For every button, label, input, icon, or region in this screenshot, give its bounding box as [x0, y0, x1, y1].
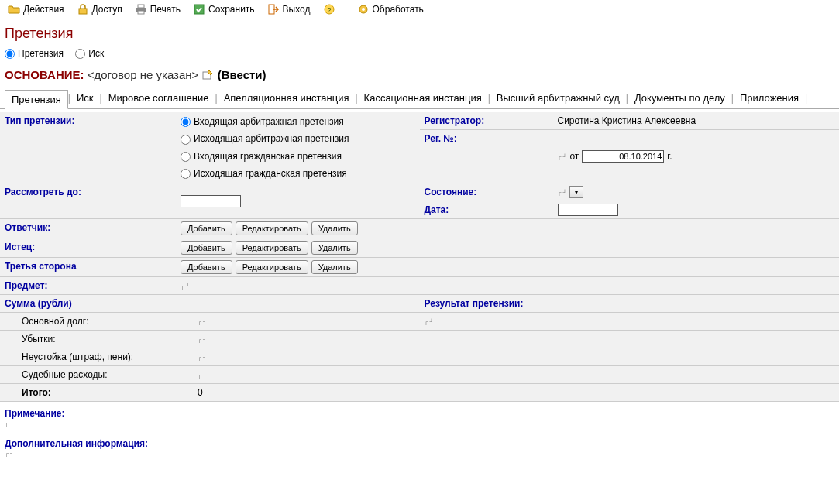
gear-icon	[357, 3, 370, 15]
help-icon: ?	[323, 3, 335, 15]
extra-field[interactable]: ┌ ┘	[5, 451, 14, 456]
tab-settlement[interactable]: Мировое соглашение	[102, 89, 215, 108]
extra-label: Дополнительная информация:	[0, 432, 839, 451]
losses-label: Убытки:	[0, 331, 193, 348]
losses-field[interactable]: ┌ ┘	[198, 337, 207, 342]
consider-date[interactable]	[181, 195, 241, 207]
defendant-edit[interactable]: Редактировать	[236, 221, 308, 235]
date-label: Дата:	[420, 201, 553, 218]
radio-lawsuit[interactable]: Иск	[75, 48, 104, 59]
svg-rect-4	[194, 5, 204, 14]
basis-row: ОСНОВАНИЕ: <договор не указан> (Ввести)	[0, 62, 839, 89]
svg-rect-0	[79, 9, 87, 14]
penalty-label: Неустойка (штраф, пени):	[0, 348, 193, 365]
svg-point-9	[362, 8, 365, 11]
tab-attachments[interactable]: Приложения	[734, 89, 805, 108]
svg-rect-2	[138, 5, 144, 8]
type-label: Тип претензии:	[0, 112, 176, 183]
tab-supreme[interactable]: Высший арбитражный суд	[490, 89, 626, 108]
thirdparty-add[interactable]: Добавить	[181, 260, 232, 274]
consider-label: Рассмотреть до:	[0, 183, 176, 218]
note-field[interactable]: ┌ ┘	[5, 420, 14, 426]
toolbar-save[interactable]: Сохранить	[188, 2, 260, 17]
toolbar-help[interactable]: ?	[318, 2, 340, 17]
state-date[interactable]	[558, 204, 618, 216]
toolbar-actions[interactable]: Действия	[3, 2, 69, 17]
tab-cassation[interactable]: Кассационная инстанция	[358, 89, 488, 108]
sum-label: Сумма (рубли)	[0, 295, 176, 312]
basis-action[interactable]: (Ввести)	[218, 68, 266, 81]
tabs: Претензия | Иск | Мировое соглашение | А…	[0, 89, 839, 109]
subject-label: Предмет:	[0, 277, 176, 294]
result-label: Результат претензии:	[420, 295, 528, 312]
court-costs-label: Судебные расходы:	[0, 366, 193, 383]
type-option-in-arb[interactable]: Входящая арбитражная претензия	[181, 115, 344, 129]
thirdparty-delete[interactable]: Удалить	[311, 260, 358, 274]
tab-appeal[interactable]: Апелляционная инстанция	[218, 89, 356, 108]
page-title: Претензия	[0, 19, 839, 45]
state-dropdown[interactable]: ▾	[569, 186, 583, 198]
plaintiff-label: Истец:	[0, 238, 176, 257]
thirdparty-edit[interactable]: Редактировать	[236, 260, 308, 274]
subject-field[interactable]: ┌ ┘	[181, 283, 190, 289]
defendant-add[interactable]: Добавить	[181, 221, 232, 235]
state-label: Состояние:	[420, 183, 553, 201]
doc-type-group: Претензия Иск	[0, 45, 839, 62]
printer-icon	[135, 3, 147, 15]
result-field[interactable]: ┌ ┘	[425, 319, 434, 324]
total-value: 0	[193, 384, 420, 401]
svg-rect-3	[138, 11, 144, 14]
toolbar-process[interactable]: Обработать	[352, 2, 428, 17]
type-option-out-arb[interactable]: Исходящая арбитражная претензия	[181, 132, 349, 146]
total-label: Итого:	[0, 384, 193, 401]
registrar-label: Регистратор:	[420, 112, 553, 129]
tab-lawsuit[interactable]: Иск	[70, 89, 100, 108]
basis-value: <договор не указан>	[88, 68, 199, 81]
lock-icon	[77, 3, 89, 15]
tab-pretension[interactable]: Претензия	[5, 90, 68, 109]
defendant-label: Ответчик:	[0, 219, 176, 238]
regnum-date[interactable]	[582, 150, 664, 163]
radio-pretension[interactable]: Претензия	[5, 48, 64, 59]
toolbar: Действия Доступ Печать Сохранить Выход ?…	[0, 0, 839, 19]
court-costs-field[interactable]: ┌ ┘	[198, 372, 207, 378]
folder-icon	[8, 3, 20, 15]
plaintiff-delete[interactable]: Удалить	[311, 241, 358, 255]
thirdparty-label: Третья сторона	[0, 258, 176, 276]
toolbar-print[interactable]: Печать	[130, 2, 185, 17]
tab-documents[interactable]: Документы по делу	[628, 89, 731, 108]
exit-icon	[267, 3, 280, 15]
plaintiff-add[interactable]: Добавить	[181, 241, 232, 255]
basis-label: ОСНОВАНИЕ:	[5, 68, 84, 81]
registrar-value: Сиротина Кристина Алексеевна	[553, 112, 840, 129]
regnum-marker[interactable]: ┌ ┘	[558, 154, 567, 159]
regnum-label: Рег. №:	[420, 130, 553, 183]
form-body: Тип претензии: Входящая арбитражная прет…	[0, 109, 839, 465]
note-label: Примечание:	[0, 402, 839, 420]
toolbar-exit[interactable]: Выход	[263, 2, 315, 17]
defendant-delete[interactable]: Удалить	[311, 221, 358, 235]
edit-icon[interactable]	[202, 70, 215, 83]
penalty-field[interactable]: ┌ ┘	[198, 355, 207, 360]
type-option-out-civ[interactable]: Исходящая гражданская претензия	[181, 166, 347, 180]
main-debt-label: Основной долг:	[0, 313, 193, 330]
save-icon	[193, 3, 205, 15]
type-option-in-civ[interactable]: Входящая гражданская претензия	[181, 149, 342, 163]
plaintiff-edit[interactable]: Редактировать	[236, 241, 308, 255]
main-debt-field[interactable]: ┌ ┘	[198, 319, 207, 324]
svg-text:?: ?	[327, 6, 331, 14]
toolbar-access[interactable]: Доступ	[72, 2, 127, 17]
